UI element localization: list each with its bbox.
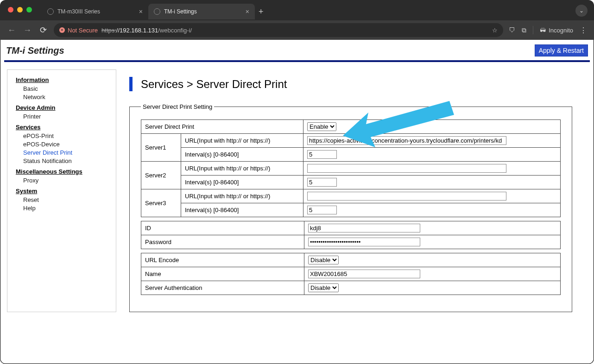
label-server3: Server3 bbox=[141, 189, 181, 217]
apply-restart-button[interactable]: Apply & Restart bbox=[535, 44, 588, 56]
sidebar-item-printer[interactable]: Printer bbox=[23, 113, 107, 120]
warning-icon: ✕ bbox=[59, 27, 65, 33]
input-name[interactable] bbox=[308, 270, 420, 278]
input-password[interactable] bbox=[308, 238, 420, 246]
incognito-indicator[interactable]: 🕶 Incognito bbox=[540, 27, 573, 34]
label-server2: Server2 bbox=[141, 162, 181, 189]
divider bbox=[4, 60, 590, 62]
label-url: URL(Input with http:// or https://) bbox=[181, 162, 303, 176]
row-name: Name bbox=[141, 267, 561, 281]
settings-fieldset: Server Direct Print Setting Server Direc… bbox=[129, 103, 572, 312]
select-url-encode[interactable]: Disable bbox=[308, 256, 339, 264]
input-server1-interval[interactable] bbox=[307, 150, 337, 159]
shield-icon[interactable]: ⛉ bbox=[509, 26, 515, 34]
sidebar-item-reset[interactable]: Reset bbox=[23, 196, 107, 203]
sidebar-item-network[interactable]: Network bbox=[23, 94, 107, 100]
sidebar-item-proxy[interactable]: Proxy bbox=[23, 177, 107, 184]
row-server3-url: Server3 URL(Input with http:// or https:… bbox=[141, 189, 561, 203]
sidebar-item-basic[interactable]: Basic bbox=[23, 85, 107, 92]
settings-table-misc: URL Encode Disable Name Server Authentic… bbox=[141, 253, 561, 295]
row-sdp: Server Direct Print Enable bbox=[141, 120, 561, 134]
settings-table-auth: ID Password bbox=[141, 221, 561, 249]
select-sdp[interactable]: Enable bbox=[307, 122, 336, 131]
sidebar-item-epos-print[interactable]: ePOS-Print bbox=[23, 132, 107, 139]
label-url: URL(Input with http:// or https://) bbox=[181, 134, 303, 148]
input-server3-interval[interactable] bbox=[307, 206, 337, 214]
page-title: TM-i Settings bbox=[6, 45, 64, 56]
row-server-auth: Server Authentication Disable bbox=[141, 281, 561, 295]
window-controls bbox=[8, 7, 32, 13]
row-server1-url: Server1 URL(Input with http:// or https:… bbox=[141, 134, 561, 148]
toolbar: ← → ⟳ ✕ Not Secure https://192.168.1.131… bbox=[0, 20, 594, 40]
row-url-encode: URL Encode Disable bbox=[141, 253, 561, 267]
label-server1: Server1 bbox=[141, 134, 181, 162]
fieldset-legend: Server Direct Print Setting bbox=[141, 103, 214, 110]
sidebar-head-system: System bbox=[16, 188, 107, 195]
forward-button[interactable]: → bbox=[22, 25, 32, 35]
row-server3-interval: Interval(s) [0-86400] bbox=[141, 203, 561, 217]
sidebar-head-services: Services bbox=[16, 124, 107, 131]
incognito-label: Incognito bbox=[549, 27, 573, 34]
globe-icon bbox=[47, 8, 54, 15]
input-server2-interval[interactable] bbox=[307, 178, 337, 187]
tab-label: TM-i Settings bbox=[164, 8, 197, 15]
new-tab-button[interactable]: + bbox=[259, 7, 264, 17]
label-interval: Interval(s) [0-86400] bbox=[181, 176, 303, 189]
label-password: Password bbox=[141, 235, 304, 249]
reload-button[interactable]: ⟳ bbox=[38, 25, 48, 35]
back-button[interactable]: ← bbox=[6, 25, 17, 35]
input-server3-url[interactable] bbox=[307, 192, 506, 201]
address-bar[interactable]: ✕ Not Secure https://192.168.1.131/webco… bbox=[54, 23, 503, 37]
not-secure-label: Not Secure bbox=[68, 27, 98, 34]
row-server2-url: Server2 URL(Input with http:// or https:… bbox=[141, 162, 561, 176]
select-server-auth[interactable]: Disable bbox=[308, 283, 339, 292]
tab-strip: TM-m30III Series × TM-i Settings × + bbox=[42, 4, 264, 19]
url-text: https://192.168.1.131/webconfig-i/ bbox=[101, 27, 192, 34]
sidebar-head-information: Information bbox=[16, 76, 107, 83]
close-window-icon[interactable] bbox=[8, 7, 13, 13]
close-icon[interactable]: × bbox=[246, 8, 249, 15]
label-url-encode: URL Encode bbox=[141, 253, 304, 267]
page-viewport: TM-i Settings Apply & Restart Informatio… bbox=[0, 40, 594, 364]
minimize-window-icon[interactable] bbox=[17, 7, 23, 13]
sidebar-item-help[interactable]: Help bbox=[23, 205, 107, 212]
toolbar-right: ⛉ ⧉ 🕶 Incognito ⋮ bbox=[509, 26, 588, 35]
tab-tm-m30iii[interactable]: TM-m30III Series × bbox=[42, 4, 148, 19]
row-server2-interval: Interval(s) [0-86400] bbox=[141, 176, 561, 189]
sidebar-head-device-admin: Device Admin bbox=[16, 104, 107, 111]
row-id: ID bbox=[141, 221, 561, 235]
maximize-window-icon[interactable] bbox=[26, 7, 32, 13]
label-name: Name bbox=[141, 267, 304, 281]
label-sdp: Server Direct Print bbox=[141, 120, 303, 134]
browser-chrome: TM-m30III Series × TM-i Settings × + ⌄ ←… bbox=[0, 0, 594, 40]
page-header: TM-i Settings Apply & Restart bbox=[4, 43, 590, 60]
input-id[interactable] bbox=[308, 224, 420, 232]
row-server1-interval: Interval(s) [0-86400] bbox=[141, 148, 561, 162]
label-interval: Interval(s) [0-86400] bbox=[181, 203, 303, 217]
input-server1-url[interactable] bbox=[307, 136, 506, 145]
sidebar: Information Basic Network Device Admin P… bbox=[7, 69, 116, 312]
sidebar-item-epos-device[interactable]: ePOS-Device bbox=[23, 141, 107, 148]
tab-label: TM-m30III Series bbox=[57, 8, 100, 15]
gear-icon bbox=[154, 8, 160, 15]
label-id: ID bbox=[141, 221, 304, 235]
security-indicator[interactable]: ✕ Not Secure bbox=[59, 27, 98, 34]
tab-list-button[interactable]: ⌄ bbox=[575, 5, 588, 17]
label-interval: Interval(s) [0-86400] bbox=[181, 148, 303, 162]
input-server2-url[interactable] bbox=[307, 164, 506, 173]
bookmark-star-icon[interactable]: ☆ bbox=[492, 27, 498, 34]
sidebar-head-misc: Miscellaneous Settings bbox=[16, 168, 107, 175]
main-content: Services > Server Direct Print Server Di… bbox=[129, 69, 587, 312]
settings-table-main: Server Direct Print Enable Server1 URL(I… bbox=[141, 119, 561, 217]
breadcrumb: Services > Server Direct Print bbox=[129, 77, 576, 91]
divider bbox=[533, 26, 533, 34]
label-url: URL(Input with http:// or https://) bbox=[181, 189, 303, 203]
sidebar-item-status-notification[interactable]: Status Notification bbox=[23, 157, 107, 164]
close-icon[interactable]: × bbox=[139, 8, 143, 15]
label-server-auth: Server Authentication bbox=[141, 281, 304, 295]
extensions-icon[interactable]: ⧉ bbox=[522, 26, 526, 34]
row-password: Password bbox=[141, 235, 561, 249]
sidebar-item-server-direct-print[interactable]: Server Direct Print bbox=[23, 149, 107, 156]
tab-tmi-settings[interactable]: TM-i Settings × bbox=[148, 4, 255, 19]
menu-button[interactable]: ⋮ bbox=[580, 26, 588, 35]
